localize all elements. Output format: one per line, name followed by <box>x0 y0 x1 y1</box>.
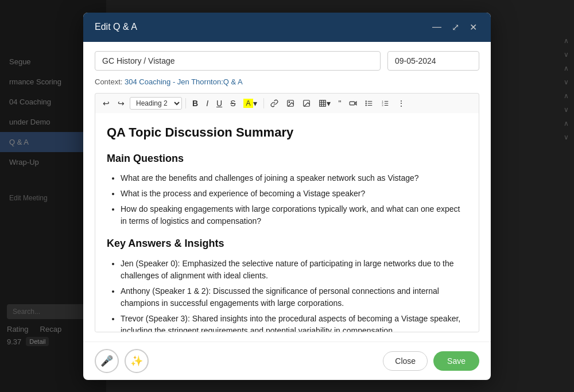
image-insert-button[interactable] <box>300 98 313 109</box>
table-button[interactable]: ▾ <box>316 97 333 110</box>
mic-button[interactable]: 🎤 <box>95 349 119 373</box>
minimize-button[interactable]: — <box>430 21 444 34</box>
modal-footer: 🎤 ✨ Close Save <box>83 341 491 380</box>
bullet-list-button[interactable] <box>362 98 376 109</box>
svg-point-13 <box>366 100 367 101</box>
svg-text:3: 3 <box>382 103 384 106</box>
heading-select[interactable]: Heading 2 Heading 1 Heading 3 Paragraph <box>130 97 182 110</box>
title-input[interactable] <box>95 51 381 71</box>
save-button[interactable]: Save <box>433 351 479 371</box>
modal-header: Edit Q & A — ⤢ ✕ <box>83 13 491 42</box>
svg-point-1 <box>289 102 290 103</box>
underline-button[interactable]: U <box>214 97 225 110</box>
date-input[interactable] <box>387 51 479 71</box>
section2-heading: Key Answers & Insights <box>107 235 467 252</box>
bold-button[interactable]: B <box>189 97 201 110</box>
modal-body: Context: 304 Coaching - Jen Thornton:Q &… <box>83 42 491 341</box>
modal-backdrop: Edit Q & A — ⤢ ✕ Context: 304 Coaching -… <box>0 0 574 392</box>
svg-point-15 <box>366 104 367 105</box>
close-modal-button[interactable]: ✕ <box>467 21 479 34</box>
numbered-list-button[interactable]: 123 <box>378 98 392 109</box>
image-upload-button[interactable] <box>284 98 297 109</box>
section1-heading: Main Questions <box>107 150 467 167</box>
strikethrough-button[interactable]: S <box>227 97 238 110</box>
modal-title: Edit Q & A <box>95 22 137 32</box>
quote-button[interactable]: " <box>336 97 344 110</box>
modal-header-buttons: — ⤢ ✕ <box>430 21 479 34</box>
link-button[interactable] <box>267 98 281 109</box>
answers-list: Jen (Speaker 0): Emphasized the selectiv… <box>121 258 467 332</box>
svg-rect-3 <box>319 100 325 106</box>
svg-rect-8 <box>350 102 355 105</box>
context-line: Context: 304 Coaching - Jen Thornton:Q &… <box>95 77 479 86</box>
context-prefix: Context: <box>95 77 122 86</box>
context-link[interactable]: 304 Coaching - Jen Thornton:Q & A <box>125 77 243 86</box>
toolbar-separator-2 <box>263 98 264 108</box>
main-heading: QA Topic Discussion Summary <box>107 122 467 142</box>
list-item: Trevor (Speaker 3): Shared insights into… <box>121 313 467 332</box>
questions-list: What are the benefits and challenges of … <box>121 172 467 227</box>
svg-point-14 <box>366 103 367 103</box>
magic-button[interactable]: ✨ <box>125 349 149 373</box>
editor-content[interactable]: QA Topic Discussion Summary Main Questio… <box>95 113 479 332</box>
italic-button[interactable]: I <box>203 97 211 110</box>
toolbar-separator <box>185 98 186 108</box>
video-button[interactable] <box>346 98 360 109</box>
more-button[interactable]: ⋮ <box>394 97 408 110</box>
maximize-button[interactable]: ⤢ <box>449 21 461 34</box>
undo-button[interactable]: ↩ <box>100 97 113 110</box>
close-button[interactable]: Close <box>383 351 428 371</box>
modal-fields <box>95 51 479 71</box>
list-item: Anthony (Speaker 1 & 2): Discussed the s… <box>121 285 467 309</box>
list-item: How do speaking engagements with large c… <box>121 203 467 227</box>
highlight-button[interactable]: A▾ <box>241 97 259 110</box>
footer-left: 🎤 ✨ <box>95 349 149 373</box>
list-item: What is the process and experience of be… <box>121 188 467 200</box>
list-item: Jen (Speaker 0): Emphasized the selectiv… <box>121 258 467 282</box>
list-item: What are the benefits and challenges of … <box>121 172 467 184</box>
magic-icon: ✨ <box>130 355 143 367</box>
edit-qa-modal: Edit Q & A — ⤢ ✕ Context: 304 Coaching -… <box>83 13 491 380</box>
editor-toolbar: ↩ ↪ Heading 2 Heading 1 Heading 3 Paragr… <box>95 93 479 113</box>
redo-button[interactable]: ↪ <box>115 97 127 110</box>
footer-right: Close Save <box>383 351 479 371</box>
mic-icon: 🎤 <box>100 355 113 367</box>
